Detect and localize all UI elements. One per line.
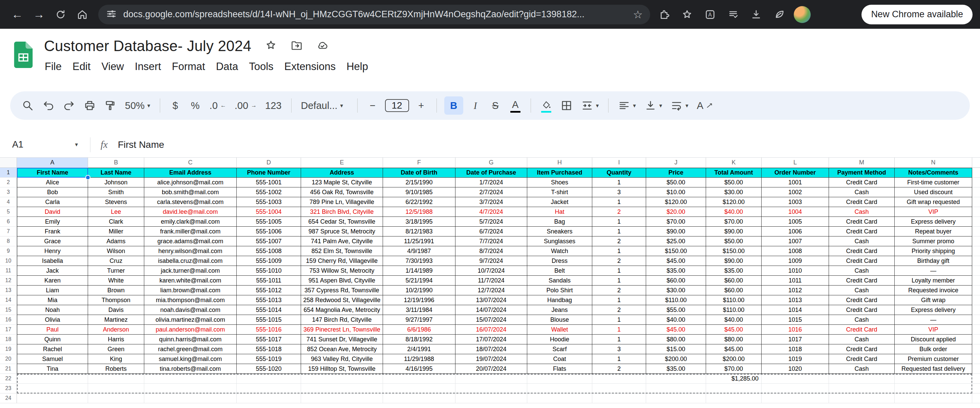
decrease-decimal-button[interactable]: .0← — [208, 97, 228, 115]
downloads-icon[interactable] — [747, 5, 765, 24]
undo-button[interactable] — [40, 97, 57, 115]
cell-I23[interactable] — [592, 384, 646, 394]
cell-J22[interactable] — [646, 374, 706, 384]
cell-K1[interactable]: Total Amount — [706, 168, 762, 178]
cell-F20[interactable]: 11/29/1988 — [383, 354, 455, 364]
cell-M14[interactable]: Credit Card — [829, 295, 895, 305]
cell-G11[interactable]: 10/7/2024 — [455, 266, 527, 276]
cell-J20[interactable]: $200.00 — [646, 354, 706, 364]
cell-A19[interactable]: Rachel — [17, 344, 88, 354]
cell-N11[interactable]: — — [895, 266, 972, 276]
cell-E7[interactable]: 987 Spruce St, Metrocity — [301, 227, 383, 237]
cell-F10[interactable]: 7/30/1993 — [383, 256, 455, 266]
cell-C21[interactable]: tina.roberts@mail.com — [144, 364, 237, 374]
cell-A3[interactable]: Bob — [17, 187, 88, 197]
cell-J21[interactable]: $35.00 — [646, 364, 706, 374]
row-header-24[interactable]: 24 — [0, 394, 17, 403]
row-header-5[interactable]: 5 — [0, 207, 17, 217]
cell-filler-4[interactable] — [972, 197, 980, 207]
cell-J15[interactable]: $55.00 — [646, 305, 706, 315]
row-header-9[interactable]: 9 — [0, 246, 17, 256]
cell-L6[interactable]: 1005 — [762, 217, 829, 227]
cell-M3[interactable]: Cash — [829, 187, 895, 197]
cell-C17[interactable]: paul.anderson@mail.com — [144, 325, 237, 335]
cell-N18[interactable]: Discount applied — [895, 335, 972, 344]
cell-M2[interactable]: Credit Card — [829, 178, 895, 187]
cell-E20[interactable]: 963 Valley Rd, Cityville — [301, 354, 383, 364]
cell-B9[interactable]: Wilson — [88, 246, 144, 256]
menu-view[interactable]: View — [96, 58, 129, 75]
cell-A7[interactable]: Frank — [17, 227, 88, 237]
cell-I13[interactable]: 2 — [592, 286, 646, 295]
cell-J14[interactable]: $110.00 — [646, 295, 706, 305]
cell-F23[interactable] — [383, 384, 455, 394]
paint-format-button[interactable] — [102, 97, 119, 115]
text-color-button[interactable]: A — [508, 97, 523, 115]
cell-C9[interactable]: henry.wilson@mail.com — [144, 246, 237, 256]
cell-G2[interactable]: 1/7/2024 — [455, 178, 527, 187]
format-currency-button[interactable]: $ — [168, 97, 183, 115]
cell-E22[interactable] — [301, 374, 383, 384]
cell-N22[interactable] — [895, 374, 972, 384]
cell-F22[interactable] — [383, 374, 455, 384]
cell-K21[interactable]: $70.00 — [706, 364, 762, 374]
column-header-E[interactable]: E — [301, 158, 383, 168]
cell-filler-9[interactable] — [972, 246, 980, 256]
column-header-L[interactable]: L — [762, 158, 829, 168]
cell-G6[interactable]: 5/7/2024 — [455, 217, 527, 227]
cell-F24[interactable] — [383, 394, 455, 403]
cell-F17[interactable]: 6/6/1986 — [383, 325, 455, 335]
cell-F11[interactable]: 1/14/1989 — [383, 266, 455, 276]
cell-G3[interactable]: 2/7/2024 — [455, 187, 527, 197]
decrease-font-size-button[interactable]: − — [365, 97, 380, 115]
cell-D9[interactable]: 555-1008 — [237, 246, 301, 256]
cell-C7[interactable]: frank.miller@mail.com — [144, 227, 237, 237]
grid-corner[interactable] — [0, 158, 17, 168]
cell-B16[interactable]: Martinez — [88, 315, 144, 325]
cell-filler-14[interactable] — [972, 295, 980, 305]
formula-input[interactable]: First Name — [118, 140, 164, 150]
cell-C11[interactable]: jack.turner@mail.com — [144, 266, 237, 276]
cell-filler-15[interactable] — [972, 305, 980, 315]
cell-N4[interactable]: Gift wrap requested — [895, 197, 972, 207]
cell-L24[interactable] — [762, 394, 829, 403]
cell-K15[interactable]: $110.00 — [706, 305, 762, 315]
cell-filler-22[interactable] — [972, 374, 980, 384]
row-header-22[interactable]: 22 — [0, 374, 17, 384]
row-header-4[interactable]: 4 — [0, 197, 17, 207]
cell-G8[interactable]: 7/7/2024 — [455, 237, 527, 246]
cell-D24[interactable] — [237, 394, 301, 403]
menu-extensions[interactable]: Extensions — [279, 58, 341, 75]
cell-L22[interactable] — [762, 374, 829, 384]
cell-A10[interactable]: Isabella — [17, 256, 88, 266]
cell-K14[interactable]: $110.00 — [706, 295, 762, 305]
url-bar[interactable]: docs.google.com/spreadsheets/d/14I-wNH_o… — [98, 5, 650, 24]
cell-K17[interactable]: $45.00 — [706, 325, 762, 335]
cell-K16[interactable]: $40.00 — [706, 315, 762, 325]
menu-tools[interactable]: Tools — [243, 58, 279, 75]
cell-K8[interactable]: $50.00 — [706, 237, 762, 246]
cell-J23[interactable] — [646, 384, 706, 394]
cell-A15[interactable]: Noah — [17, 305, 88, 315]
row-header-14[interactable]: 14 — [0, 295, 17, 305]
cell-C10[interactable]: isabella.cruz@mail.com — [144, 256, 237, 266]
cell-C12[interactable]: karen.white@mail.com — [144, 276, 237, 286]
cell-M20[interactable]: Credit Card — [829, 354, 895, 364]
cell-E9[interactable]: 852 Elm St, Townsville — [301, 246, 383, 256]
cell-L8[interactable]: 1007 — [762, 237, 829, 246]
cell-J17[interactable]: $45.00 — [646, 325, 706, 335]
cell-F4[interactable]: 6/22/1992 — [383, 197, 455, 207]
row-header-11[interactable]: 11 — [0, 266, 17, 276]
cell-I9[interactable]: 1 — [592, 246, 646, 256]
cell-D13[interactable]: 555-1012 — [237, 286, 301, 295]
cell-H23[interactable] — [527, 384, 592, 394]
text-rotation-button[interactable]: A — [695, 97, 716, 115]
cell-I24[interactable] — [592, 394, 646, 403]
name-box[interactable]: A1 ▾ — [12, 140, 83, 150]
cell-I17[interactable]: 1 — [592, 325, 646, 335]
cell-J5[interactable]: $20.00 — [646, 207, 706, 217]
cell-E1[interactable]: Address — [301, 168, 383, 178]
cell-K11[interactable]: $35.00 — [706, 266, 762, 276]
cell-D17[interactable]: 555-1016 — [237, 325, 301, 335]
cell-M22[interactable] — [829, 374, 895, 384]
